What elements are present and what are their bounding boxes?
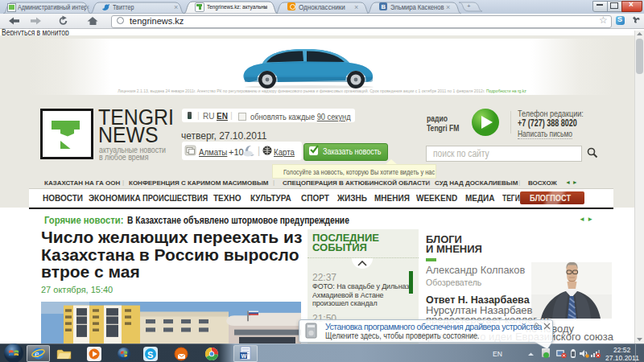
svg-text:W: W: [242, 353, 247, 359]
svg-text:S: S: [147, 350, 153, 360]
